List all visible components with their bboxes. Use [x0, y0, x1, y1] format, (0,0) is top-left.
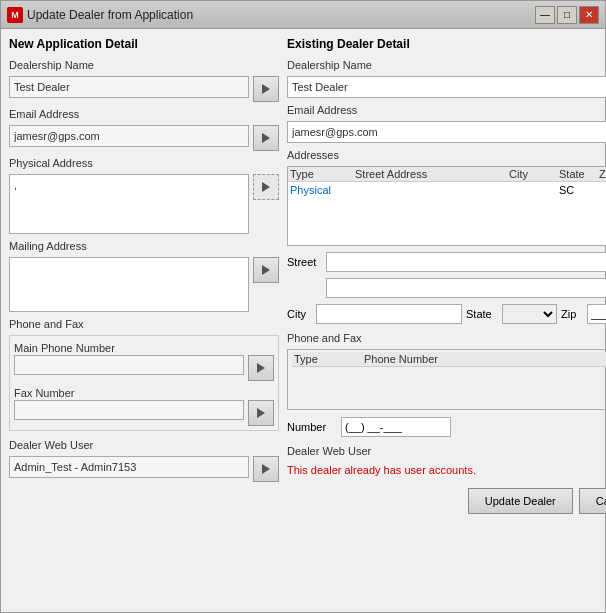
right-dealership-label: Dealership Name	[287, 59, 606, 71]
maximize-button[interactable]: □	[557, 6, 577, 24]
col-zip: Zip	[599, 168, 606, 180]
left-phonefax-label: Phone and Fax	[9, 318, 279, 330]
table-header: Type Street Address City State Zip	[288, 167, 606, 182]
city-state-row: City State SC AL GA Zip	[287, 304, 606, 324]
play-icon-1	[262, 84, 270, 94]
zip-input[interactable]	[587, 304, 606, 324]
app-icon: M	[7, 7, 23, 23]
right-addresses-label: Addresses	[287, 149, 606, 161]
pf-col-type: Type	[294, 353, 364, 365]
street-input-1[interactable]	[326, 252, 606, 272]
col-city: City	[509, 168, 559, 180]
main-content: New Application Detail Dealership Name E…	[1, 29, 605, 612]
city-input[interactable]	[316, 304, 462, 324]
number-label: Number	[287, 421, 337, 433]
left-dealership-row	[9, 76, 279, 102]
play-icon-4	[262, 265, 270, 275]
play-icon-6	[257, 408, 265, 418]
update-dealer-button[interactable]: Update Dealer	[468, 488, 573, 514]
pf-table-body	[292, 367, 606, 407]
zip-label: Zip	[561, 308, 583, 320]
left-dealerweb-input[interactable]	[9, 456, 249, 478]
left-mailing-row	[9, 257, 279, 312]
left-column: New Application Detail Dealership Name E…	[9, 37, 279, 604]
number-row: Number	[287, 417, 606, 437]
email-arrow-btn[interactable]	[253, 125, 279, 151]
pf-table-header: Type Phone Number	[292, 352, 606, 367]
right-phonefax-section: Type Phone Number	[287, 349, 606, 410]
dealer-web-message: This dealer already has user accounts.	[287, 464, 476, 476]
state-label: State	[466, 308, 498, 320]
left-mainphone-row	[14, 355, 274, 381]
left-dealerweb-label: Dealer Web User	[9, 439, 279, 451]
left-mainphone-label: Main Phone Number	[14, 342, 274, 354]
city-label: City	[287, 308, 312, 320]
right-dealerweb-row: This dealer already has user accounts.	[287, 464, 606, 476]
main-window: M Update Dealer from Application — □ ✕ N…	[0, 0, 606, 613]
left-email-label: Email Address	[9, 108, 279, 120]
left-physical-row: ,	[9, 174, 279, 234]
fax-arrow-btn[interactable]	[248, 400, 274, 426]
addresses-table: Type Street Address City State Zip Physi…	[287, 166, 606, 246]
left-mainphone-input[interactable]	[14, 355, 244, 375]
play-icon-7	[262, 464, 270, 474]
row-city	[509, 184, 559, 196]
street-row-2	[287, 278, 606, 298]
left-fax-label: Fax Number	[14, 387, 274, 399]
table-row[interactable]: Physical SC	[288, 182, 606, 198]
pf-col-phone: Phone Number	[364, 353, 606, 365]
physical-arrow-btn[interactable]	[253, 174, 279, 200]
left-phonefax-section: Main Phone Number Fax Number	[9, 335, 279, 431]
street-input-2[interactable]	[326, 278, 606, 298]
col-street: Street Address	[355, 168, 509, 180]
col-state: State	[559, 168, 599, 180]
window-title: Update Dealer from Application	[27, 8, 193, 22]
state-select[interactable]: SC AL GA	[502, 304, 557, 324]
left-physical-textarea: ,	[9, 174, 249, 234]
dealership-arrow-btn[interactable]	[253, 76, 279, 102]
left-mailing-label: Mailing Address	[9, 240, 279, 252]
left-fax-row	[14, 400, 274, 426]
left-email-input[interactable]	[9, 125, 249, 147]
columns: New Application Detail Dealership Name E…	[9, 37, 597, 604]
action-buttons: Update Dealer Cancel	[287, 488, 606, 514]
left-section-title: New Application Detail	[9, 37, 279, 51]
right-dealerweb-label: Dealer Web User	[287, 445, 606, 457]
title-bar-left: M Update Dealer from Application	[7, 7, 193, 23]
row-street	[355, 184, 509, 196]
dealerweb-arrow-btn[interactable]	[253, 456, 279, 482]
right-dealership-input[interactable]	[287, 76, 606, 98]
mailing-arrow-btn[interactable]	[253, 257, 279, 283]
mainphone-arrow-btn[interactable]	[248, 355, 274, 381]
row-state: SC	[559, 184, 599, 196]
left-fax-input[interactable]	[14, 400, 244, 420]
right-email-input[interactable]	[287, 121, 606, 143]
right-email-label: Email Address	[287, 104, 606, 116]
cancel-button[interactable]: Cancel	[579, 488, 606, 514]
play-icon-3	[262, 182, 270, 192]
row-type: Physical	[290, 184, 355, 196]
title-controls: — □ ✕	[535, 6, 599, 24]
right-section-title: Existing Dealer Detail	[287, 37, 606, 51]
left-email-row	[9, 125, 279, 151]
left-physical-label: Physical Address	[9, 157, 279, 169]
close-button[interactable]: ✕	[579, 6, 599, 24]
left-mailing-textarea	[9, 257, 249, 312]
right-phonefax-label: Phone and Fax	[287, 332, 606, 344]
street-row: Street	[287, 252, 606, 272]
left-dealership-label: Dealership Name	[9, 59, 279, 71]
number-input[interactable]	[341, 417, 451, 437]
title-bar: M Update Dealer from Application — □ ✕	[1, 1, 605, 29]
play-icon-2	[262, 133, 270, 143]
minimize-button[interactable]: —	[535, 6, 555, 24]
left-dealership-input[interactable]	[9, 76, 249, 98]
left-dealerweb-row	[9, 456, 279, 482]
col-type: Type	[290, 168, 355, 180]
play-icon-5	[257, 363, 265, 373]
row-zip	[599, 184, 606, 196]
right-column: Existing Dealer Detail Dealership Name E…	[287, 37, 606, 604]
street-label: Street	[287, 256, 322, 268]
